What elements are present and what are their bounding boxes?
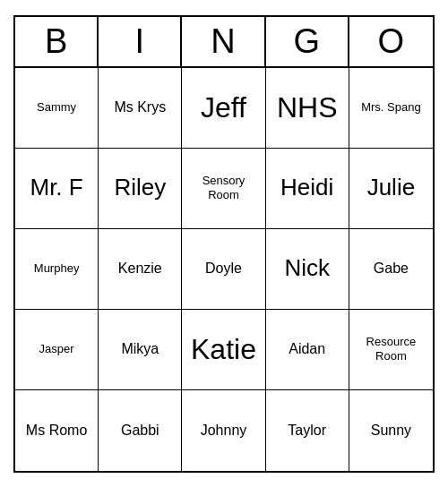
bingo-cell: Katie	[182, 310, 265, 390]
cell-text: Heidi	[270, 174, 345, 201]
cell-text: Ms Krys	[102, 98, 177, 115]
cell-text: Sensory Room	[185, 174, 261, 201]
bingo-cell: Riley	[99, 149, 182, 229]
bingo-cell: Mr. F	[15, 149, 99, 229]
cell-text: Taylor	[270, 422, 345, 439]
bingo-cell: Kenzie	[99, 229, 182, 310]
bingo-cell: Heidi	[266, 149, 349, 229]
cell-text: NHS	[270, 90, 345, 124]
bingo-cell: Julie	[349, 149, 433, 229]
cell-text: Resource Room	[353, 335, 429, 363]
bingo-cell: Gabbi	[99, 390, 182, 471]
header-letter: N	[182, 17, 265, 66]
cell-text: Sammy	[19, 100, 94, 115]
cell-text: Jasper	[19, 342, 94, 356]
cell-text: Murphey	[19, 261, 94, 276]
cell-text: Kenzie	[102, 260, 177, 277]
bingo-cell: Taylor	[266, 390, 349, 471]
bingo-cell: Ms Krys	[99, 68, 182, 149]
header-letter: G	[266, 17, 349, 66]
bingo-cell: Sensory Room	[182, 149, 265, 229]
bingo-cell: Sunny	[349, 390, 433, 471]
cell-text: Jeff	[185, 90, 261, 124]
cell-text: Ms Romo	[19, 422, 94, 439]
cell-text: Gabe	[353, 260, 429, 277]
header-letter: O	[349, 17, 433, 66]
bingo-header: BINGO	[15, 17, 433, 68]
bingo-cell: Ms Romo	[15, 390, 99, 471]
bingo-cell: Nick	[266, 229, 349, 310]
cell-text: Sunny	[353, 422, 429, 439]
bingo-cell: Gabe	[349, 229, 433, 310]
cell-text: Mikya	[102, 340, 177, 357]
bingo-card: BINGO SammyMs KrysJeffNHSMrs. SpangMr. F…	[13, 15, 435, 473]
cell-text: Johnny	[185, 422, 261, 439]
cell-text: Nick	[270, 254, 345, 282]
cell-text: Aidan	[270, 340, 345, 357]
cell-text: Gabbi	[102, 422, 177, 439]
header-letter: I	[99, 17, 182, 66]
bingo-cell: NHS	[266, 68, 349, 149]
bingo-cell: Murphey	[15, 229, 99, 310]
cell-text: Riley	[102, 174, 177, 201]
bingo-cell: Sammy	[15, 68, 99, 149]
cell-text: Julie	[353, 174, 429, 201]
bingo-cell: Doyle	[182, 229, 265, 310]
bingo-cell: Jasper	[15, 310, 99, 390]
cell-text: Doyle	[185, 260, 261, 277]
cell-text: Mr. F	[19, 174, 94, 201]
bingo-cell: Aidan	[266, 310, 349, 390]
bingo-cell: Jeff	[182, 68, 265, 149]
bingo-cell: Mikya	[99, 310, 182, 390]
bingo-cell: Mrs. Spang	[349, 68, 433, 149]
cell-text: Mrs. Spang	[353, 100, 429, 115]
bingo-cell: Johnny	[182, 390, 265, 471]
cell-text: Katie	[185, 332, 261, 366]
bingo-grid: SammyMs KrysJeffNHSMrs. SpangMr. FRileyS…	[15, 68, 433, 471]
header-letter: B	[15, 17, 99, 66]
bingo-cell: Resource Room	[349, 310, 433, 390]
